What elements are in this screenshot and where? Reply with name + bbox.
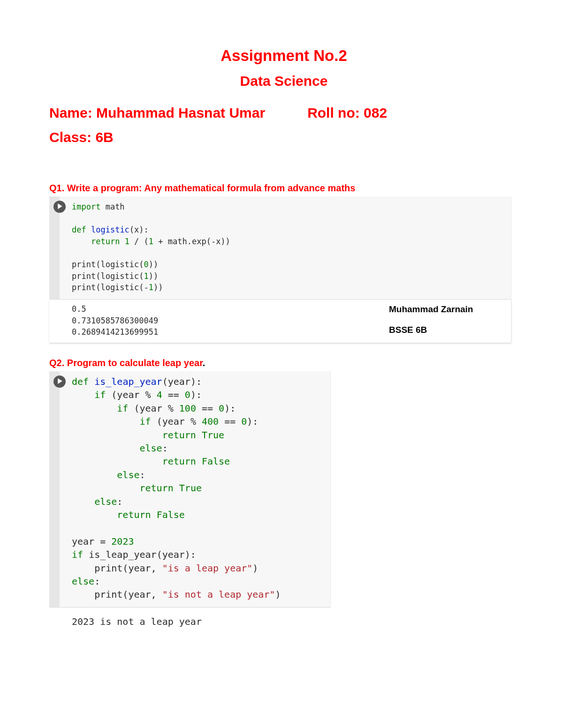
code-block-1: import math def logistic(x): return 1 / … [49, 196, 511, 299]
code-cell-2: def is_leap_year(year): if (year % 4 == … [49, 371, 331, 608]
play-icon [56, 377, 63, 386]
run-cell-button[interactable] [53, 201, 66, 213]
attribution-block: Muhammad Zarnain BSSE 6B [389, 300, 511, 343]
student-info-row: Name: Muhammad Hasnat Umar Roll no: 082 [49, 105, 518, 121]
output-block-2: 2023 is not a leap year [49, 608, 331, 633]
student-class: Class: 6B [49, 129, 518, 145]
cell-gutter [49, 371, 60, 607]
code-block-2: def is_leap_year(year): if (year % 4 == … [49, 371, 330, 607]
question-2-label: Q2. Program to calculate leap year. [49, 358, 518, 368]
output-block-1: 0.5 0.7310585786300049 0.268941421369995… [49, 300, 389, 343]
output-row-1: 0.5 0.7310585786300049 0.268941421369995… [49, 300, 511, 343]
question-1-label: Q1. Write a program: Any mathematical fo… [49, 183, 518, 194]
course-subtitle: Data Science [49, 73, 518, 89]
student-name: Name: Muhammad Hasnat Umar [49, 105, 265, 121]
code-cell-1: import math def logistic(x): return 1 / … [49, 196, 511, 300]
assignment-title: Assignment No.2 [49, 47, 518, 65]
student-roll: Roll no: 082 [307, 105, 387, 121]
play-icon [56, 203, 63, 211]
run-cell-button[interactable] [53, 375, 66, 388]
